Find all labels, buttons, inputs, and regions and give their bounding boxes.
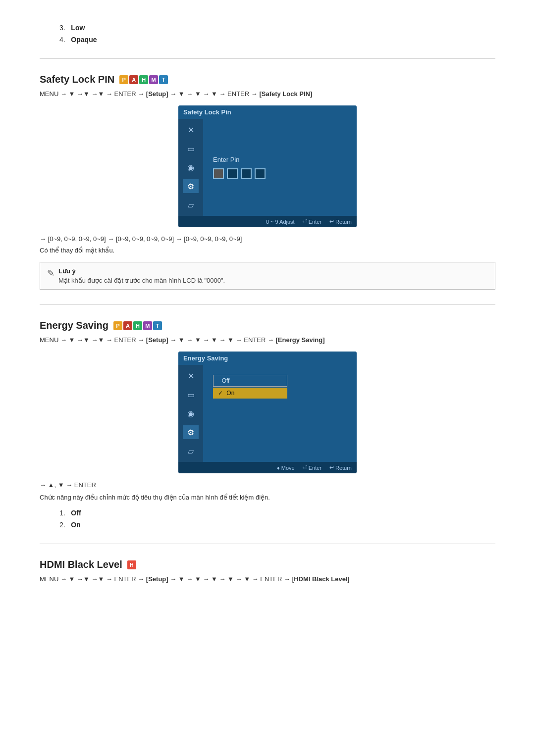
badge-m: M [149,75,158,84]
energy-nav-hint: → ▲, ▼ → ENTER [40,481,495,489]
energy-item-number-1: 1. [59,509,65,517]
energy-desc: Chức năng này điều chỉnh mức độ tiêu thụ… [40,494,495,501]
screen-footer-energy: ♦ Move ⏎ Enter ↩ Return [178,462,357,473]
hdmi-badge-h: H [127,560,136,569]
hdmi-black-title: HDMI Black Level H [40,559,495,570]
pin-box-3 [241,168,252,179]
energy-saving-screen: Energy Saving ✕ ▭ ◉ ⚙ ▱ Off ✓ On ♦ Move … [178,352,357,473]
item-label-3: Low [71,24,85,32]
screen-sidebar-energy: ✕ ▭ ◉ ⚙ ▱ [178,365,203,462]
energy-item-label-1: Off [71,509,81,517]
sidebar-icon-1: ✕ [183,123,199,137]
screen-header-energy: Energy Saving [178,352,357,365]
safety-lock-title: Safety Lock PIN P A H M T [40,74,495,85]
sidebar-icon-3: ◉ [183,160,199,174]
sidebar-icon-4-active: ⚙ [183,179,199,193]
top-list-item-3: 3. Low [59,24,495,32]
energy-list-item-2: 2. On [59,521,495,529]
pin-boxes [213,168,266,179]
energy-footer-return: ↩ Return [329,464,352,471]
energy-sidebar-icon-5: ▱ [183,444,199,458]
screen-header-safety: Safety Lock Pin [178,105,357,119]
divider-1 [40,58,495,59]
note-box-safety: ✎ Lưu ý Mật khẩu được cài đặt trước cho … [40,262,495,290]
energy-footer-enter: ⏎ Enter [303,464,321,471]
footer-return: ↩ Return [329,218,352,225]
energy-badge-t: T [153,321,162,330]
safety-lock-badges: P A H M T [119,75,168,84]
top-list-item-4: 4. Opaque [59,36,495,44]
divider-2 [40,304,495,305]
note-desc-safety: Mật khẩu được cài đặt trước cho màn hình… [58,277,225,284]
energy-saving-badges: P A H M T [113,321,162,330]
item-number-3: 3. [59,24,65,32]
badge-p: P [119,75,128,84]
badge-a: A [129,75,138,84]
screen-content-energy: Off ✓ On [203,365,357,462]
screen-footer-safety: 0 ~ 9 Adjust ⏎ Enter ↩ Return [178,216,357,227]
energy-list-item-1: 1. Off [59,509,495,517]
energy-option-on: ✓ On [213,388,287,399]
energy-sidebar-icon-2: ▭ [183,388,199,402]
energy-sidebar-icon-3: ◉ [183,406,199,420]
note-icon: ✎ [47,268,54,279]
pin-box-1 [213,168,224,179]
energy-saving-title: Energy Saving P A H M T [40,320,495,331]
screen-content-safety: Enter Pin [203,119,357,216]
pin-box-4 [255,168,266,179]
safety-lock-screen-container: Safety Lock Pin ✕ ▭ ◉ ⚙ ▱ Enter Pin [40,105,495,227]
footer-adjust: 0 ~ 9 Adjust [266,218,295,225]
safety-lock-note-path: → [0~9, 0~9, 0~9, 0~9] → [0~9, 0~9, 0~9,… [40,235,495,243]
safety-lock-menu-path: MENU → ▼ →▼ →▼ → ENTER → [Setup] → ▼ → ▼… [40,90,495,98]
energy-badge-h: H [133,321,142,330]
hdmi-menu-path: MENU → ▼ →▼ →▼ → ENTER → [Setup] → ▼ → ▼… [40,575,495,583]
badge-t: T [159,75,168,84]
note-content-safety: Lưu ý Mật khẩu được cài đặt trước cho mà… [58,267,225,284]
energy-badge-a: A [123,321,132,330]
screen-sidebar-safety: ✕ ▭ ◉ ⚙ ▱ [178,119,203,216]
footer-enter: ⏎ Enter [303,218,321,225]
screen-body-energy: ✕ ▭ ◉ ⚙ ▱ Off ✓ On [178,365,357,462]
sidebar-icon-2: ▭ [183,142,199,155]
energy-saving-screen-container: Energy Saving ✕ ▭ ◉ ⚙ ▱ Off ✓ On ♦ Move … [40,352,495,473]
safety-lock-note-change: Có thể thay đổi mật khẩu. [40,247,495,254]
energy-badge-m: M [143,321,152,330]
energy-footer-move: ♦ Move [277,464,295,471]
energy-item-label-2: On [71,521,80,529]
energy-sidebar-icon-1: ✕ [183,369,199,383]
divider-3 [40,544,495,544]
badge-h: H [139,75,148,84]
pin-box-2 [227,168,238,179]
energy-option-off: Off [213,375,287,387]
screen-body-safety: ✕ ▭ ◉ ⚙ ▱ Enter Pin [178,119,357,216]
hdmi-badges: H [127,560,136,569]
sidebar-icon-5: ▱ [183,198,199,212]
energy-badge-p: P [113,321,122,330]
energy-item-number-2: 2. [59,521,65,529]
item-label-4: Opaque [71,36,97,44]
energy-saving-menu-path: MENU → ▼ →▼ →▼ → ENTER → [Setup] → ▼ → ▼… [40,336,495,344]
note-title-safety: Lưu ý [58,267,225,275]
pin-label: Enter Pin [213,156,239,163]
energy-sidebar-icon-4-active: ⚙ [183,425,199,439]
safety-lock-screen: Safety Lock Pin ✕ ▭ ◉ ⚙ ▱ Enter Pin [178,105,357,227]
item-number-4: 4. [59,36,65,44]
